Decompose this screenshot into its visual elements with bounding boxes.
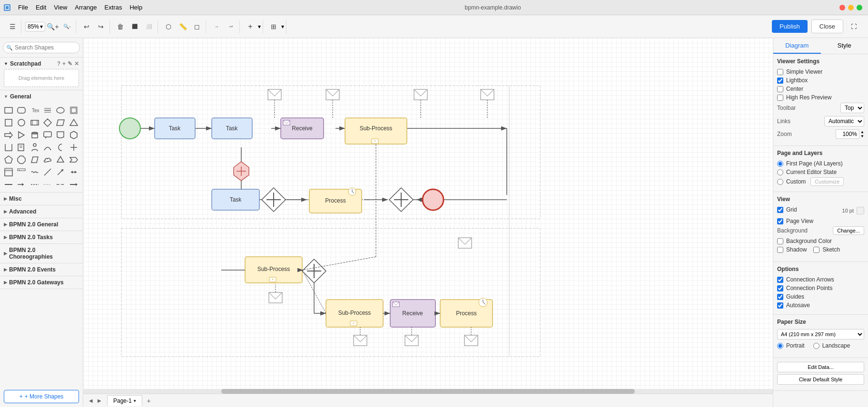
end-event[interactable] xyxy=(423,189,444,210)
fill-color-btn[interactable]: ⬡ xyxy=(162,20,175,33)
shape-rounded-rect[interactable] xyxy=(16,105,27,116)
diagram-tab[interactable]: Diagram xyxy=(773,38,821,54)
menu-view[interactable]: View xyxy=(50,3,71,12)
high-res-checkbox[interactable] xyxy=(777,95,783,101)
shape-solid-line[interactable] xyxy=(3,179,14,190)
shadow-checkbox[interactable] xyxy=(777,247,783,253)
shape-cross[interactable] xyxy=(68,142,79,153)
shape-rounded-parallelogram[interactable] xyxy=(29,154,40,165)
shape-hexagon[interactable] xyxy=(68,129,79,141)
shape-section-header-bpmn-general[interactable]: BPMN 2.0 General xyxy=(0,218,83,231)
shape-triangle[interactable] xyxy=(68,117,79,128)
center-checkbox[interactable] xyxy=(777,86,783,92)
shape-text[interactable]: Text xyxy=(29,105,40,116)
shape-right-arrow[interactable] xyxy=(3,129,14,141)
shape-note[interactable] xyxy=(16,142,27,153)
menu-edit[interactable]: Edit xyxy=(32,3,50,12)
current-editor-radio[interactable] xyxy=(777,169,783,175)
zoom-panel-input[interactable] xyxy=(836,129,859,139)
zoom-control[interactable]: 85% ▾ xyxy=(25,22,45,31)
shape-section-header-bpmn-gateways[interactable]: BPMN 2.0 Gateways xyxy=(0,276,83,289)
landscape-radio[interactable] xyxy=(813,343,819,349)
shape-play[interactable] xyxy=(16,129,27,141)
zoom-down-btn[interactable]: ▼ xyxy=(860,135,864,138)
page-view-label[interactable]: Page View xyxy=(786,218,813,224)
next-page-btn[interactable]: ▶ xyxy=(96,397,103,405)
guides-label[interactable]: Guides xyxy=(786,293,804,300)
custom-radio[interactable] xyxy=(777,179,783,185)
portrait-radio[interactable] xyxy=(777,343,783,349)
scratchpad-help-btn[interactable]: ? xyxy=(57,60,60,67)
menu-file[interactable]: File xyxy=(14,3,32,12)
lightbox-checkbox[interactable] xyxy=(777,78,783,84)
start-event[interactable] xyxy=(119,118,140,139)
shadow-btn[interactable]: ◻ xyxy=(190,20,204,33)
current-editor-label[interactable]: Current Editor State xyxy=(786,169,837,175)
shape-squiggle[interactable] xyxy=(29,166,40,178)
custom-label[interactable]: Custom xyxy=(786,178,806,185)
scrollbar-thumb[interactable] xyxy=(221,389,635,394)
undo-btn[interactable]: ↩ xyxy=(80,20,93,33)
publish-button[interactable]: Publish xyxy=(772,20,808,33)
connection-points-checkbox[interactable] xyxy=(777,285,783,291)
shape-cylinder[interactable] xyxy=(29,129,40,141)
shape-document[interactable] xyxy=(55,129,66,141)
delete-btn[interactable]: 🗑 xyxy=(114,20,127,33)
connection-points-label[interactable]: Connection Points xyxy=(786,285,832,291)
shape-partial-rect[interactable] xyxy=(3,142,14,153)
horizontal-scrollbar[interactable] xyxy=(83,389,773,394)
to-back-btn[interactable]: ⬜ xyxy=(142,20,156,33)
shape-person[interactable] xyxy=(29,142,40,153)
shape-pentagon[interactable] xyxy=(3,154,14,165)
portrait-label[interactable]: Portrait xyxy=(786,342,805,349)
waypoint-btn[interactable]: ⤻ xyxy=(224,20,237,33)
landscape-label[interactable]: Landscape xyxy=(822,342,850,349)
shape-square[interactable] xyxy=(3,117,14,128)
first-page-label[interactable]: First Page (All Layers) xyxy=(786,160,843,167)
fullscreen-btn[interactable]: ⛶ xyxy=(847,20,860,33)
menu-extras[interactable]: Extras xyxy=(101,3,126,12)
shape-rectangle[interactable] xyxy=(3,105,14,116)
menu-toggle-btn[interactable]: ☰ xyxy=(6,20,19,33)
shape-step[interactable] xyxy=(68,154,79,165)
shape-line[interactable] xyxy=(42,105,53,116)
menu-arrange[interactable]: Arrange xyxy=(71,3,100,12)
zoom-in-btn[interactable]: 🔍+ xyxy=(46,20,59,33)
simple-viewer-checkbox[interactable] xyxy=(777,69,783,75)
insert-btn[interactable]: + xyxy=(244,20,257,33)
sketch-label[interactable]: Sketch xyxy=(822,246,840,253)
zoom-out-btn[interactable]: 🔍- xyxy=(60,20,74,33)
shape-thick-arrow[interactable] xyxy=(68,179,79,190)
autosave-checkbox[interactable] xyxy=(777,302,783,309)
customize-button[interactable]: Customize xyxy=(810,177,844,186)
scratchpad-edit-btn[interactable]: ✎ xyxy=(68,60,72,67)
scratchpad-add-btn[interactable]: + xyxy=(62,60,66,67)
grid-label[interactable]: Grid xyxy=(786,206,797,213)
scratchpad-close-btn[interactable]: ✕ xyxy=(74,60,79,67)
shape-callout[interactable] xyxy=(42,129,53,141)
clear-default-style-button[interactable]: Clear Default Style xyxy=(777,374,864,385)
simple-viewer-label[interactable]: Simple Viewer xyxy=(786,68,822,75)
shape-frame[interactable] xyxy=(3,166,14,178)
page-tab-1[interactable]: Page-1 ▾ xyxy=(107,395,142,406)
prev-page-btn[interactable]: ◀ xyxy=(87,397,95,405)
menu-help[interactable]: Help xyxy=(126,3,146,12)
first-page-radio[interactable] xyxy=(777,161,783,167)
search-input[interactable] xyxy=(3,42,80,53)
close-window-btn[interactable] xyxy=(839,5,845,10)
connection-style-btn[interactable]: → xyxy=(210,20,223,33)
grid-color-swatch[interactable] xyxy=(857,207,864,214)
style-tab[interactable]: Style xyxy=(821,38,868,54)
shape-double-arrow[interactable] xyxy=(68,166,79,178)
shape-section-header-general[interactable]: General xyxy=(0,90,83,103)
connection-arrows-checkbox[interactable] xyxy=(777,277,783,283)
shape-double-rect[interactable] xyxy=(68,105,79,116)
shape-process[interactable] xyxy=(29,117,40,128)
sketch-checkbox[interactable] xyxy=(813,247,819,253)
shape-octagon[interactable] xyxy=(16,154,27,165)
background-change-btn[interactable]: Change... xyxy=(833,226,864,235)
shape-section-header-bpmn-events[interactable]: BPMN 2.0 Events xyxy=(0,263,83,276)
edit-data-button[interactable]: Edit Data... xyxy=(777,362,864,372)
background-color-label[interactable]: Background Color xyxy=(786,238,832,244)
shape-cloud[interactable] xyxy=(42,154,53,165)
